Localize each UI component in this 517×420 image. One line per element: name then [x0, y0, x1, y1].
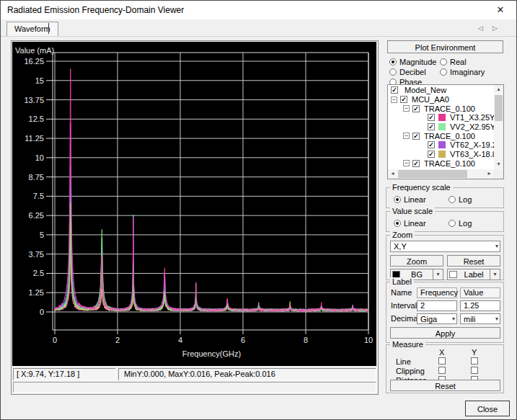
scrollbar-corner	[494, 169, 503, 179]
tree-row-vt1_x3.25y-5.20[interactable]: VT1_X3.25Y-5.20	[388, 113, 494, 122]
tree-hscroll-thumb[interactable]	[398, 170, 467, 178]
chevron-down-icon[interactable]: ▾	[452, 314, 455, 323]
close-button[interactable]: Close	[465, 401, 510, 416]
collapse-icon[interactable]: −	[391, 97, 397, 103]
spectrum-plot[interactable]: Value (mA)01.252.53.7556.257.58.751011.2…	[12, 42, 376, 366]
component-option-magnitude[interactable]: Magnitude	[389, 57, 440, 66]
tree-row-model_new[interactable]: Model_New	[388, 86, 494, 95]
tree-item-label: TRACE_0.100	[424, 104, 475, 113]
measure-col-y: Y	[472, 348, 477, 357]
label-color-label: Label	[458, 269, 490, 280]
axis-label: 10	[35, 153, 44, 162]
window-close-icon[interactable]: ✕	[492, 3, 509, 17]
measure-line-y-checkbox[interactable]	[471, 357, 478, 365]
zoom-mode-value: X,Y	[394, 242, 407, 251]
tab-scroll-right-icon[interactable]: ▷	[490, 24, 500, 34]
trace-color-swatch	[438, 114, 446, 121]
radio-icon[interactable]	[389, 58, 397, 66]
interval-value-input[interactable]: 1.25	[460, 300, 500, 311]
tree-checkbox-7[interactable]	[428, 151, 435, 158]
collapse-icon[interactable]: −	[403, 133, 410, 139]
measure-line-x-checkbox[interactable]	[438, 357, 446, 365]
tab-scroll-left-icon[interactable]: ◁	[475, 24, 486, 34]
tree-item-label: VT63_X-18.80Y4.0	[450, 150, 494, 158]
decimal-value-select[interactable]: mili ▾	[460, 313, 500, 324]
tree-row-trace_0.100[interactable]: −TRACE_0.100	[388, 159, 494, 169]
value-scale-log[interactable]: Log	[448, 218, 472, 228]
component-column-1: MagnitudeDecibelPhase	[389, 57, 440, 87]
tree-checkbox-3[interactable]	[428, 114, 435, 121]
tree-checkbox-8[interactable]	[412, 160, 420, 167]
radio-icon[interactable]	[440, 58, 447, 66]
axis-label: Frequency(GHz)	[182, 349, 241, 358]
value-scale-linear[interactable]: Linear	[394, 218, 448, 228]
scroll-right-icon[interactable]: ▸	[485, 169, 494, 179]
decimal-frequency-value: Giga	[420, 315, 437, 323]
window-title: Radiated Emission Frequency-Domain Viewe…	[7, 5, 184, 15]
decimal-frequency-select[interactable]: Giga ▾	[417, 313, 457, 324]
axis-label: 8	[304, 336, 308, 344]
value-scale-log-label: Log	[459, 219, 472, 228]
tree-item-label: Model_New	[405, 86, 446, 94]
radio-icon[interactable]	[440, 68, 447, 76]
title-bar: Radiated Emission Frequency-Domain Viewe…	[1, 1, 516, 19]
apply-button[interactable]: Apply	[390, 327, 500, 339]
scroll-down-icon[interactable]: ▾	[494, 160, 503, 169]
tab-waveform[interactable]: Waveform	[6, 22, 58, 36]
tree-checkbox-4[interactable]	[428, 123, 435, 130]
measure-clipping-y-checkbox[interactable]	[471, 367, 478, 374]
tree-checkbox-6[interactable]	[428, 141, 435, 148]
label-color-select[interactable]: Label ▾	[447, 269, 500, 280]
plot-environment-button[interactable]: Plot Environment	[387, 40, 503, 53]
tree-checkbox-2[interactable]	[412, 105, 420, 112]
axis-label: 2.5	[33, 269, 44, 277]
tree-row-trace_0.100[interactable]: −TRACE_0.100	[388, 104, 494, 113]
tree-checkbox-1[interactable]	[400, 96, 407, 103]
component-option-real[interactable]: Real	[440, 57, 485, 66]
radio-icon[interactable]	[394, 220, 401, 227]
tree-vscroll-thumb[interactable]	[495, 95, 503, 121]
radio-icon[interactable]	[448, 196, 456, 203]
trace-tree[interactable]: Model_New−MCU_AA0−TRACE_0.100VT1_X3.25Y-…	[387, 84, 504, 179]
tree-row-vt62_x-19.20y3.6[interactable]: VT62_X-19.20Y3.6	[388, 140, 494, 150]
component-column-2: RealImaginary	[440, 57, 485, 87]
zoom-mode-select[interactable]: X,Y ▾	[390, 241, 500, 252]
tree-checkbox-0[interactable]	[391, 86, 398, 94]
collapse-icon[interactable]: −	[403, 160, 410, 166]
zoom-reset-button[interactable]: Reset	[447, 255, 500, 267]
tree-row-vt63_x-18.80y4.0[interactable]: VT63_X-18.80Y4.0	[388, 150, 494, 159]
interval-row-label: Interval	[391, 300, 417, 310]
tree-row-trace_0.100[interactable]: −TRACE_0.100	[388, 131, 494, 140]
collapse-icon[interactable]: −	[403, 105, 410, 112]
measure-clipping-x-checkbox[interactable]	[438, 367, 446, 374]
interval-frequency-input[interactable]: 2	[417, 300, 457, 311]
component-option-decibel[interactable]: Decibel	[389, 67, 440, 76]
tree-row-vv2_x2.95y-4.90[interactable]: VV2_X2.95Y-4.90	[388, 122, 494, 132]
tree-item-label: VV2_X2.95Y-4.90	[450, 122, 494, 131]
radio-icon[interactable]	[389, 68, 397, 76]
measure-reset-button[interactable]: Reset	[390, 380, 500, 391]
scroll-left-icon[interactable]: ◂	[388, 169, 397, 179]
scroll-up-icon[interactable]: ▴	[494, 85, 503, 94]
radio-icon[interactable]	[448, 220, 456, 227]
tree-row-mcu_aa0[interactable]: −MCU_AA0	[388, 95, 494, 104]
chevron-down-icon[interactable]: ▾	[490, 269, 500, 280]
component-option-imaginary[interactable]: Imaginary	[440, 67, 485, 76]
tree-item-label: TRACE_0.100	[424, 159, 475, 168]
axis-label: 11.25	[25, 134, 44, 143]
chevron-down-icon[interactable]: ▾	[433, 269, 443, 280]
tree-horizontal-scrollbar[interactable]: ◂ ▸	[388, 169, 494, 179]
radio-icon[interactable]	[394, 196, 401, 203]
label-group: Label Name Frequency Value Interval 2 1.…	[386, 282, 504, 343]
name-row-label: Name	[391, 287, 412, 298]
frequency-scale-linear[interactable]: Linear	[394, 195, 448, 204]
axis-label: 16.25	[24, 57, 44, 66]
chevron-down-icon[interactable]: ▾	[495, 314, 498, 323]
axis-label: Value (mA)	[15, 46, 54, 55]
frequency-scale-log[interactable]: Log	[448, 195, 472, 204]
chevron-down-icon[interactable]: ▾	[495, 241, 498, 251]
zoom-button[interactable]: Zoom	[390, 255, 443, 267]
axis-label: 0	[40, 308, 44, 316]
tree-vertical-scrollbar[interactable]: ▴ ▾	[494, 85, 503, 169]
tree-checkbox-5[interactable]	[412, 133, 420, 140]
